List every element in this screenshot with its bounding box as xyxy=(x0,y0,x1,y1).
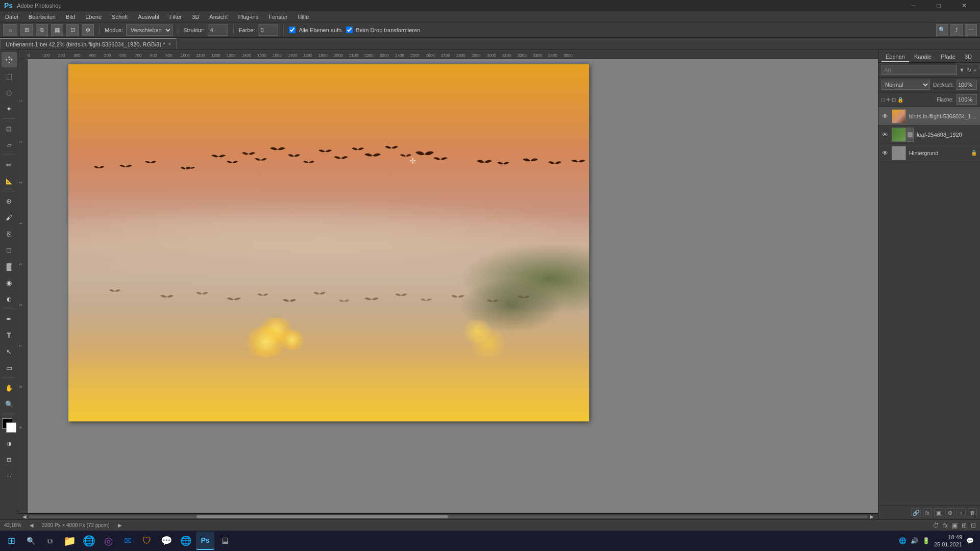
menu-3d[interactable]: 3D xyxy=(187,11,204,22)
opacity-input[interactable] xyxy=(957,80,977,90)
all-layers-checkbox[interactable] xyxy=(289,27,296,33)
scroll-right-btn[interactable]: ▶ xyxy=(868,514,876,519)
tool-eyedropper[interactable]: ✏ xyxy=(2,157,17,172)
taskbar-search-button[interactable]: 🔍 xyxy=(21,532,40,550)
panel-tab-pfade[interactable]: Pfade xyxy=(937,52,960,62)
taskbar-start-button[interactable]: ⊞ xyxy=(2,532,20,550)
tool-selection-rect[interactable]: ⬚ xyxy=(2,68,17,84)
tool-extra[interactable]: ··· xyxy=(2,468,17,484)
panel-add-icon[interactable]: + xyxy=(973,65,976,74)
minimize-button[interactable]: ─ xyxy=(901,0,925,11)
panel-mask-btn[interactable]: ▣ xyxy=(934,508,943,517)
taskbar-network-icon[interactable]: 🌐 xyxy=(899,537,906,544)
timeline-icon[interactable]: ⏱ xyxy=(933,522,939,529)
menu-schrift[interactable]: Schrift xyxy=(107,11,133,22)
panel-link-btn[interactable]: 🔗 xyxy=(912,508,921,517)
search-icon-btn[interactable]: 🔍 xyxy=(936,24,948,36)
share-icon-btn[interactable]: ⤴ xyxy=(950,24,963,36)
settings-icon-btn[interactable]: ⋯ xyxy=(965,24,977,36)
menu-ansicht[interactable]: Ansicht xyxy=(204,11,233,22)
titlebar-controls[interactable]: ─ □ ✕ xyxy=(901,0,976,11)
menu-fenster[interactable]: Fenster xyxy=(263,11,292,22)
taskbar-discord-button[interactable]: 💬 xyxy=(157,532,176,550)
layer-visibility-background[interactable]: 👁 xyxy=(881,149,889,157)
tool-ruler[interactable]: 📐 xyxy=(2,173,17,189)
taskbar-photoshop-button[interactable]: Ps xyxy=(196,532,214,550)
lock-transparent-btn[interactable]: □ xyxy=(881,97,885,103)
maximize-button[interactable]: □ xyxy=(927,0,950,11)
tool-quick-mask[interactable]: ◑ xyxy=(2,436,17,451)
taskbar-chrome-button[interactable]: 🌐 xyxy=(177,532,195,550)
taskbar-avast-button[interactable]: 🛡 xyxy=(138,532,156,550)
status-nav-prev[interactable]: ◀ xyxy=(30,522,34,528)
tool-lasso[interactable]: ◌ xyxy=(2,85,17,100)
fx-status-icon[interactable]: fx xyxy=(943,522,948,529)
lock-move-btn[interactable]: ⊡ xyxy=(892,97,896,103)
tool-options-icon4[interactable]: ⊡ xyxy=(66,24,79,36)
tool-shape[interactable]: ▭ xyxy=(2,360,17,375)
tool-brush[interactable]: 🖌 xyxy=(2,210,17,225)
taskbar-edge-button[interactable]: 🌐 xyxy=(80,532,98,550)
panel-tab-3d[interactable]: 3D xyxy=(961,52,976,62)
structure-input[interactable] xyxy=(208,24,228,36)
lock-paint-btn[interactable]: ✛ xyxy=(886,97,890,103)
tool-blur[interactable]: ◉ xyxy=(2,275,17,290)
lock-all-btn[interactable]: 🔒 xyxy=(897,97,903,103)
panel-refresh-icon[interactable]: ↻ xyxy=(967,65,971,74)
transform-checkbox[interactable] xyxy=(346,27,353,33)
color-input[interactable] xyxy=(258,24,278,36)
menu-plugins[interactable]: Plug-ins xyxy=(233,11,263,22)
photoshop-canvas[interactable]: ✛ xyxy=(68,64,589,421)
tab-close-button[interactable]: × xyxy=(168,41,171,47)
tool-frame[interactable]: ▱ xyxy=(2,137,17,153)
scroll-thumb[interactable] xyxy=(197,515,448,518)
tool-options-icon2[interactable]: ⧉ xyxy=(36,24,48,36)
background-color[interactable] xyxy=(6,422,16,433)
tool-dodge[interactable]: ◐ xyxy=(2,291,17,307)
tool-eraser[interactable]: ◻ xyxy=(2,242,17,258)
taskbar-datetime[interactable]: 18:49 25.01.2021 xyxy=(934,534,962,548)
status-nav-next[interactable]: ▶ xyxy=(118,522,122,528)
grid-status-icon[interactable]: ⊡ xyxy=(971,522,976,529)
panel-tab-ebenen[interactable]: Ebenen xyxy=(881,52,909,62)
document-tab[interactable]: Unbenannt-1 bei 42,2% (birds-in-flight-5… xyxy=(0,38,177,49)
tool-pen[interactable]: ✒ xyxy=(2,311,17,327)
menu-datei[interactable]: Datei xyxy=(0,11,23,22)
tool-options-icon5[interactable]: ⊛ xyxy=(82,24,94,36)
layers-status-icon[interactable]: ▣ xyxy=(952,522,958,529)
layer-item-birds[interactable]: 👁 birds-in-flight-5366034_1920 xyxy=(878,107,980,126)
taskbar-unknown-button[interactable]: 🖥 xyxy=(215,532,234,550)
taskbar-explorer-button[interactable]: 📁 xyxy=(60,532,79,550)
tool-crop[interactable]: ⊡ xyxy=(2,121,17,136)
tool-magic-wand[interactable]: ✦ xyxy=(2,101,17,116)
menu-hilfe[interactable]: Hilfe xyxy=(292,11,314,22)
blend-mode-select[interactable]: Normal xyxy=(881,80,930,90)
layer-item-background[interactable]: 👁 Hintergrund 🔒 xyxy=(878,144,980,162)
panel-new-group-btn[interactable]: ⊕ xyxy=(945,508,954,517)
fill-input[interactable] xyxy=(957,94,977,105)
tool-gradient[interactable]: ▓ xyxy=(2,259,17,274)
tool-options-icon1[interactable]: ⊞ xyxy=(20,24,33,36)
menu-bild[interactable]: Bild xyxy=(61,11,80,22)
tool-healing[interactable]: ⊕ xyxy=(2,193,17,209)
tool-text[interactable]: T xyxy=(2,328,17,343)
menu-ebene[interactable]: Ebene xyxy=(80,11,107,22)
settings-status-icon[interactable]: ⊞ xyxy=(962,522,967,529)
menu-auswahl[interactable]: Auswahl xyxy=(133,11,164,22)
taskbar-taskview-button[interactable]: ⧉ xyxy=(41,532,59,550)
panel-delete-btn[interactable]: 🗑 xyxy=(968,508,977,517)
home-button[interactable]: ⌂ xyxy=(3,24,17,36)
layer-visibility-leaf[interactable]: 👁 xyxy=(881,131,889,138)
layer-visibility-birds[interactable]: 👁 xyxy=(881,113,889,120)
taskbar-volume-icon[interactable]: 🔊 xyxy=(911,537,918,544)
panel-new-layer-btn[interactable]: + xyxy=(957,508,966,517)
tool-options-icon3[interactable]: ▦ xyxy=(51,24,63,36)
close-button[interactable]: ✕ xyxy=(952,0,976,11)
menu-bearbeiten[interactable]: Bearbeiten xyxy=(23,11,61,22)
color-swatch[interactable] xyxy=(2,418,16,433)
tool-clone[interactable]: ⎘ xyxy=(2,226,17,241)
tool-path-select[interactable]: ↖ xyxy=(2,344,17,359)
panel-fx-btn[interactable]: fx xyxy=(923,508,932,517)
tool-move[interactable] xyxy=(2,52,17,67)
panel-filter-icon[interactable]: ▼ xyxy=(959,65,965,74)
